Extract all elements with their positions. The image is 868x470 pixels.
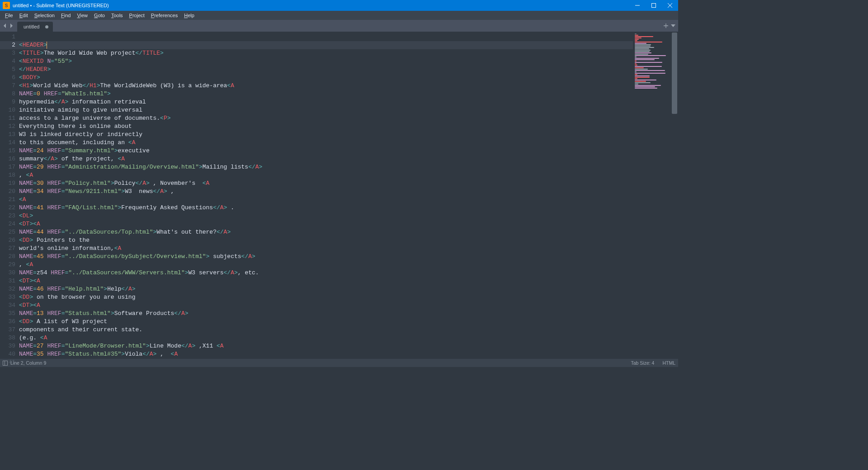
scrollbar-vertical[interactable] [672,32,677,359]
code-line[interactable]: (e.g. <A [19,334,633,342]
code-line[interactable]: <NEXTID N="55"> [19,57,633,66]
code-line[interactable]: NAME=35 HREF="Status.html#35">Viola</A> … [19,350,633,358]
status-syntax[interactable]: HTML [662,360,675,366]
code-line[interactable]: components and their current state. [19,326,633,334]
line-number[interactable]: 28 [0,253,19,261]
line-number[interactable]: 9 [0,98,19,106]
minimap[interactable] [633,32,678,359]
line-number[interactable]: 24 [0,220,19,228]
line-number[interactable]: 3 [0,49,19,57]
code-line[interactable]: NAME=44 HREF="../DataSources/Top.html">W… [19,228,633,236]
code-line[interactable]: NAME=0 HREF="WhatIs.html"> [19,90,633,98]
line-number[interactable]: 26 [0,236,19,244]
menu-tools[interactable]: Tools [108,12,126,19]
code-line[interactable]: <H1>World Wide Web</H1>The WorldWideWeb … [19,82,633,90]
menu-goto[interactable]: Goto [91,12,108,19]
code-line[interactable]: initiative aiming to give universal [19,106,633,114]
code-line[interactable]: NAME=z54 HREF="../DataSources/WWW/Server… [19,269,633,277]
code-line[interactable]: <A [19,196,633,204]
line-number[interactable]: 25 [0,228,19,236]
code-line[interactable]: <DT><A [19,277,633,285]
line-number[interactable]: 8 [0,90,19,98]
nav-forward-icon[interactable] [9,23,14,29]
line-number[interactable]: 27 [0,244,19,253]
line-number[interactable]: 31 [0,277,19,285]
code-line[interactable]: NAME=29 HREF="Administration/Mailing/Ove… [19,163,633,171]
status-position[interactable]: Line 2, Column 9 [10,360,46,366]
sidebar-toggle-icon[interactable] [3,361,8,366]
code-line[interactable]: NAME=41 HREF="FAQ/List.html">Frequently … [19,204,633,212]
code-line[interactable] [19,33,633,41]
close-button[interactable] [662,0,678,11]
code-line[interactable]: , <A [19,261,633,269]
code-line[interactable]: NAME=26 HREF="NeXT/WorldWideWeb.html">Ne… [19,358,633,359]
code-line[interactable]: <DL> [19,212,633,220]
line-number[interactable]: 33 [0,293,19,301]
code-line[interactable]: NAME=46 HREF="Help.html">Help</A> [19,285,633,293]
code-line[interactable]: NAME=13 HREF="Status.html">Software Prod… [19,310,633,318]
line-number[interactable]: 17 [0,163,19,171]
line-number[interactable]: 11 [0,114,19,122]
code-line[interactable]: <DD> on the browser you are using [19,293,633,301]
tabs-dropdown-icon[interactable] [671,24,675,28]
line-number[interactable]: 29 [0,261,19,269]
code-line[interactable]: <TITLE>The World Wide Web project</TITLE… [19,49,633,57]
new-tab-icon[interactable] [664,24,668,28]
line-number[interactable]: 10 [0,106,19,114]
code-line[interactable]: <DT><A [19,301,633,310]
code-line[interactable]: NAME=45 HREF="../DataSources/bySubject/O… [19,253,633,261]
line-number[interactable]: 1 [0,33,19,41]
code-line[interactable]: , <A [19,171,633,179]
menu-preferences[interactable]: Preferences [148,12,181,19]
scrollbar-thumb[interactable] [672,33,677,114]
menu-find[interactable]: Find [58,12,74,19]
minimize-button[interactable] [629,0,646,11]
line-number[interactable]: 23 [0,212,19,220]
nav-back-icon[interactable] [3,23,7,29]
line-number[interactable]: 38 [0,334,19,342]
line-number[interactable]: 18 [0,171,19,179]
line-number[interactable]: 13 [0,131,19,139]
line-number[interactable]: 5 [0,66,19,74]
line-number[interactable]: 15 [0,147,19,155]
menu-selection[interactable]: Selection [31,12,58,19]
line-number[interactable]: 30 [0,269,19,277]
line-number[interactable]: 21 [0,196,19,204]
code-line[interactable]: access to a large universe of documents.… [19,114,633,122]
code-line[interactable]: summary</A> of the project, <A [19,155,633,163]
code-line[interactable]: <DD> Pointers to the [19,236,633,244]
line-number[interactable]: 4 [0,57,19,66]
code-line[interactable]: NAME=30 HREF="Policy.html">Policy</A> , … [19,179,633,188]
line-number[interactable]: 16 [0,155,19,163]
code-line[interactable]: W3 is linked directly or indirectly [19,131,633,139]
line-number[interactable]: 36 [0,318,19,326]
code-line[interactable]: to this document, including an <A [19,139,633,147]
code-line[interactable]: </HEADER> [19,66,633,74]
line-number[interactable]: 14 [0,139,19,147]
code-line[interactable]: <DT><A [19,220,633,228]
line-number[interactable]: 34 [0,301,19,310]
code-area[interactable]: <HEADER><TITLE>The World Wide Web projec… [19,32,633,359]
line-number[interactable]: 6 [0,74,19,82]
line-number[interactable]: 35 [0,310,19,318]
code-line[interactable]: NAME=24 HREF="Summary.html">executive [19,147,633,155]
code-line[interactable]: world's online information,<A [19,244,633,253]
line-number[interactable]: 19 [0,179,19,188]
code-line[interactable]: hypermedia</A> information retrieval [19,98,633,106]
line-number[interactable]: 37 [0,326,19,334]
menu-view[interactable]: View [74,12,91,19]
menu-edit[interactable]: Edit [16,12,31,19]
line-number[interactable]: 22 [0,204,19,212]
line-number[interactable]: 7 [0,82,19,90]
status-tabsize[interactable]: Tab Size: 4 [631,360,654,366]
menu-project[interactable]: Project [126,12,148,19]
line-number[interactable]: 39 [0,342,19,350]
menu-file[interactable]: File [2,12,16,19]
code-line[interactable]: NAME=34 HREF="News/9211.html">W3 news</A… [19,188,633,196]
line-number[interactable]: 40 [0,350,19,358]
code-line[interactable]: <DD> A list of W3 project [19,318,633,326]
line-number[interactable]: 2 [0,41,19,49]
line-number[interactable]: 20 [0,188,19,196]
code-line[interactable]: NAME=27 HREF="LineMode/Browser.html">Lin… [19,342,633,350]
code-line[interactable]: <HEADER> [19,41,633,49]
